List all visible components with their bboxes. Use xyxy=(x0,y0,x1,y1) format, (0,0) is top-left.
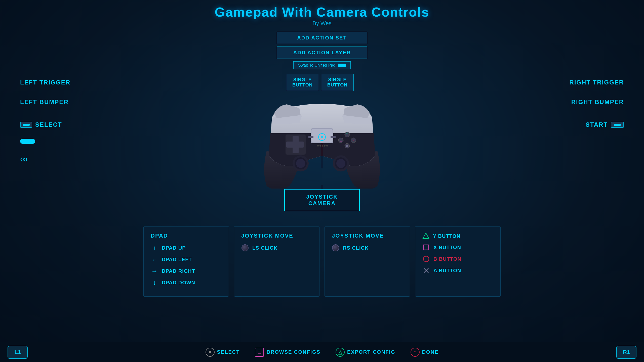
cross-nav-icon: ✕ xyxy=(206,348,215,357)
face-buttons-card: Y BUTTON X BUTTON B BUTTON xyxy=(415,226,501,297)
a-button-item: A BUTTON xyxy=(422,267,493,274)
done-nav-item[interactable]: ○ DONE xyxy=(411,348,439,357)
battery-icon xyxy=(338,64,346,67)
right-joystick-card-title: JOYSTICK MOVE xyxy=(332,233,403,239)
svg-point-24 xyxy=(326,145,328,147)
left-trigger-label: LEFT TRIGGER xyxy=(20,79,70,86)
page-title: Gamepad With Camera Controls xyxy=(215,5,429,20)
right-bumper-label: RIGHT BUMPER xyxy=(571,99,624,106)
ls-joystick-icon xyxy=(241,244,249,252)
r1-button[interactable]: R1 xyxy=(616,346,636,359)
select-icon-inner xyxy=(23,124,30,126)
svg-text:△: △ xyxy=(346,131,348,134)
start-area: START xyxy=(586,121,624,128)
ls-click-item: LS CLICK xyxy=(241,244,312,252)
right-joystick-card: JOYSTICK MOVE RS CLICK xyxy=(325,226,410,297)
export-config-nav-item[interactable]: △ EXPORT CONFIG xyxy=(336,348,395,357)
svg-point-21 xyxy=(319,145,321,147)
arrow-left-icon: ← xyxy=(151,256,158,263)
select-area: SELECT xyxy=(20,121,62,128)
dpad-left-label: DPAD LEFT xyxy=(162,257,192,262)
dpad-up-item: ↑ DPAD UP xyxy=(151,244,222,252)
start-label: START xyxy=(586,121,608,128)
dpad-left-item: ← DPAD LEFT xyxy=(151,256,222,263)
dpad-card: DPAD ↑ DPAD UP ← DPAD LEFT → DPAD RIGHT … xyxy=(143,226,229,297)
trigger-row: LEFT TRIGGER SINGLEBUTTON SINGLEBUTTON R… xyxy=(0,74,644,91)
left-bumper-label: LEFT BUMPER xyxy=(20,99,69,106)
action-buttons-group: ADD ACTION SET ADD ACTION LAYER Swap To … xyxy=(277,32,367,69)
joystick-camera-tooltip: JOYSTICK CAMERA xyxy=(284,189,360,211)
x-button-item: X BUTTON xyxy=(422,244,493,251)
start-icon xyxy=(611,122,624,128)
dpad-down-label: DPAD DOWN xyxy=(162,280,195,286)
svg-rect-35 xyxy=(424,245,429,250)
joystick-camera-label: JOYSTICK CAMERA xyxy=(294,194,350,207)
select-nav-label: SELECT xyxy=(217,349,240,355)
svg-point-36 xyxy=(423,256,429,262)
y-button-item: Y BUTTON xyxy=(422,233,493,240)
browse-configs-nav-label: BROWSE CONFIGS xyxy=(266,349,320,355)
svg-text:✕: ✕ xyxy=(346,144,348,148)
triangle-nav-icon: △ xyxy=(336,348,345,357)
select-start-row: SELECT START xyxy=(0,121,644,128)
bottom-bar: L1 ✕ SELECT □ BROWSE CONFIGS △ EXPORT CO… xyxy=(0,342,644,362)
b-button-item: B BUTTON xyxy=(422,255,493,263)
swap-unified-button[interactable]: Swap To Unified Pad xyxy=(293,61,351,69)
rs-joystick-icon xyxy=(332,244,339,252)
arrow-up-icon: ↑ xyxy=(151,244,158,252)
browse-configs-nav-item[interactable]: □ BROWSE CONFIGS xyxy=(255,348,320,357)
svg-rect-26 xyxy=(331,136,336,138)
add-action-layer-button[interactable]: ADD ACTION LAYER xyxy=(277,47,367,59)
dpad-up-label: DPAD UP xyxy=(162,245,186,251)
dpad-down-item: ↓ DPAD DOWN xyxy=(151,279,222,286)
bumper-row: LEFT BUMPER RIGHT BUMPER xyxy=(0,99,644,106)
bottom-bar-left: L1 xyxy=(8,346,28,359)
right-trigger-label: RIGHT TRIGGER xyxy=(569,79,624,86)
svg-text:▲: ▲ xyxy=(346,135,348,137)
x-button-label: X BUTTON xyxy=(433,245,461,250)
svg-rect-25 xyxy=(308,136,313,138)
a-button-label: A BUTTON xyxy=(433,268,461,274)
single-button-left[interactable]: SINGLEBUTTON xyxy=(286,74,319,91)
square-icon xyxy=(422,244,430,251)
dpad-right-label: DPAD RIGHT xyxy=(162,268,195,274)
rs-click-item: RS CLICK xyxy=(332,244,403,252)
done-nav-label: DONE xyxy=(422,349,439,355)
page: Gamepad With Camera Controls By Wes ADD … xyxy=(0,0,644,362)
left-joystick-card-title: JOYSTICK MOVE xyxy=(241,233,312,239)
square-nav-icon: □ xyxy=(255,348,264,357)
ls-click-label: LS CLICK xyxy=(252,245,277,251)
bottom-bar-right: R1 xyxy=(616,346,636,359)
triangle-icon xyxy=(422,233,429,240)
add-action-set-button[interactable]: ADD ACTION SET xyxy=(277,32,367,44)
svg-marker-34 xyxy=(423,233,429,239)
touchpad-row xyxy=(0,139,644,144)
export-config-nav-label: EXPORT CONFIG xyxy=(347,349,395,355)
dpad-right-item: → DPAD RIGHT xyxy=(151,267,222,275)
dpad-card-title: DPAD xyxy=(151,233,222,239)
cross-icon xyxy=(422,267,430,274)
circle-nav-icon: ○ xyxy=(411,348,420,357)
circle-icon xyxy=(422,255,430,263)
y-button-label: Y BUTTON xyxy=(433,233,461,239)
rs-click-label: RS CLICK xyxy=(343,245,369,251)
l1-button[interactable]: L1 xyxy=(8,346,28,359)
svg-point-23 xyxy=(324,145,326,147)
svg-point-20 xyxy=(317,145,319,147)
swap-unified-label: Swap To Unified Pad xyxy=(298,63,335,68)
start-icon-inner xyxy=(614,124,621,126)
select-label: SELECT xyxy=(35,121,62,128)
infinity-icon: ∞ xyxy=(20,154,27,164)
select-nav-item[interactable]: ✕ SELECT xyxy=(206,348,240,357)
arrow-down-icon: ↓ xyxy=(151,279,158,286)
bottom-cards: DPAD ↑ DPAD UP ← DPAD LEFT → DPAD RIGHT … xyxy=(0,226,644,297)
b-button-label: B BUTTON xyxy=(433,256,461,262)
single-button-right[interactable]: SINGLEBUTTON xyxy=(321,74,354,91)
touchpad-icon xyxy=(20,139,35,144)
select-icon xyxy=(20,122,32,128)
arrow-right-icon: → xyxy=(151,267,158,275)
header: Gamepad With Camera Controls By Wes xyxy=(215,0,429,27)
trigger-center-buttons: SINGLEBUTTON SINGLEBUTTON xyxy=(286,74,354,91)
page-subtitle: By Wes xyxy=(215,20,429,27)
left-joystick-card: JOYSTICK MOVE LS CLICK xyxy=(234,226,319,297)
